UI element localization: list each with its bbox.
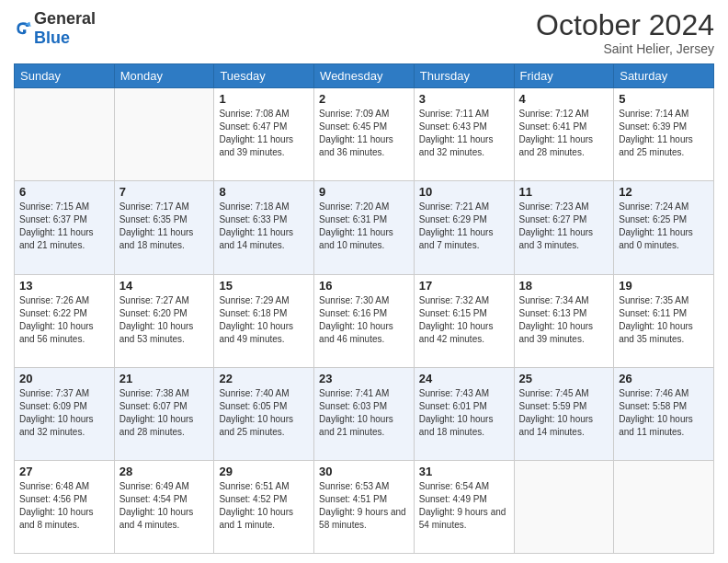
logo-blue: Blue bbox=[34, 29, 70, 47]
calendar-cell: 13Sunrise: 7:26 AM Sunset: 6:22 PM Dayli… bbox=[15, 274, 115, 367]
day-number: 19 bbox=[619, 279, 709, 293]
day-info: Sunrise: 7:08 AM Sunset: 6:47 PM Dayligh… bbox=[219, 108, 309, 159]
day-info: Sunrise: 7:11 AM Sunset: 6:43 PM Dayligh… bbox=[419, 108, 509, 159]
day-info: Sunrise: 7:21 AM Sunset: 6:29 PM Dayligh… bbox=[419, 201, 509, 252]
day-number: 24 bbox=[419, 372, 509, 385]
page: General Blue October 2024 Saint Helier, … bbox=[0, 0, 728, 563]
calendar-cell: 31Sunrise: 6:54 AM Sunset: 4:49 PM Dayli… bbox=[414, 460, 514, 553]
day-number: 16 bbox=[319, 279, 409, 293]
day-number: 13 bbox=[19, 279, 109, 293]
day-number: 20 bbox=[19, 372, 109, 385]
day-info: Sunrise: 7:17 AM Sunset: 6:35 PM Dayligh… bbox=[119, 201, 210, 252]
day-number: 25 bbox=[519, 372, 609, 385]
day-number: 29 bbox=[219, 465, 309, 478]
calendar-cell: 4Sunrise: 7:12 AM Sunset: 6:41 PM Daylig… bbox=[514, 88, 614, 181]
calendar-cell: 19Sunrise: 7:35 AM Sunset: 6:11 PM Dayli… bbox=[614, 274, 714, 367]
day-info: Sunrise: 7:46 AM Sunset: 5:58 PM Dayligh… bbox=[619, 387, 709, 439]
day-info: Sunrise: 7:45 AM Sunset: 5:59 PM Dayligh… bbox=[519, 387, 609, 439]
day-info: Sunrise: 7:12 AM Sunset: 6:41 PM Dayligh… bbox=[519, 108, 609, 159]
col-saturday: Saturday bbox=[614, 64, 714, 88]
calendar-week-row: 20Sunrise: 7:37 AM Sunset: 6:09 PM Dayli… bbox=[15, 367, 714, 460]
day-info: Sunrise: 6:53 AM Sunset: 4:51 PM Dayligh… bbox=[319, 480, 409, 532]
day-number: 14 bbox=[119, 279, 210, 293]
day-info: Sunrise: 7:38 AM Sunset: 6:07 PM Dayligh… bbox=[119, 387, 210, 439]
calendar-cell: 29Sunrise: 6:51 AM Sunset: 4:52 PM Dayli… bbox=[214, 460, 314, 553]
logo-icon bbox=[14, 19, 32, 38]
day-number: 12 bbox=[619, 185, 709, 199]
location-subtitle: Saint Helier, Jersey bbox=[536, 41, 714, 56]
calendar-cell: 9Sunrise: 7:20 AM Sunset: 6:31 PM Daylig… bbox=[314, 181, 415, 274]
calendar-week-row: 6Sunrise: 7:15 AM Sunset: 6:37 PM Daylig… bbox=[15, 181, 714, 274]
calendar-cell: 30Sunrise: 6:53 AM Sunset: 4:51 PM Dayli… bbox=[314, 460, 415, 553]
day-info: Sunrise: 7:37 AM Sunset: 6:09 PM Dayligh… bbox=[19, 387, 109, 439]
day-number: 4 bbox=[519, 92, 609, 106]
calendar-week-row: 27Sunrise: 6:48 AM Sunset: 4:56 PM Dayli… bbox=[15, 460, 714, 553]
title-block: October 2024 Saint Helier, Jersey bbox=[536, 9, 714, 56]
day-info: Sunrise: 7:29 AM Sunset: 6:18 PM Dayligh… bbox=[219, 294, 309, 346]
day-number: 9 bbox=[319, 185, 409, 199]
day-info: Sunrise: 7:34 AM Sunset: 6:13 PM Dayligh… bbox=[519, 294, 609, 346]
calendar-cell: 23Sunrise: 7:41 AM Sunset: 6:03 PM Dayli… bbox=[314, 367, 415, 460]
day-info: Sunrise: 7:20 AM Sunset: 6:31 PM Dayligh… bbox=[319, 201, 409, 252]
day-number: 21 bbox=[119, 372, 210, 385]
day-info: Sunrise: 6:54 AM Sunset: 4:49 PM Dayligh… bbox=[419, 480, 509, 532]
day-info: Sunrise: 7:26 AM Sunset: 6:22 PM Dayligh… bbox=[19, 294, 109, 346]
col-monday: Monday bbox=[114, 64, 214, 88]
calendar-cell: 28Sunrise: 6:49 AM Sunset: 4:54 PM Dayli… bbox=[114, 460, 214, 553]
col-friday: Friday bbox=[514, 64, 614, 88]
logo-text-block: General Blue bbox=[34, 9, 96, 48]
day-info: Sunrise: 7:23 AM Sunset: 6:27 PM Dayligh… bbox=[519, 201, 609, 252]
calendar-cell: 16Sunrise: 7:30 AM Sunset: 6:16 PM Dayli… bbox=[314, 274, 415, 367]
calendar-cell: 26Sunrise: 7:46 AM Sunset: 5:58 PM Dayli… bbox=[614, 367, 714, 460]
calendar-cell: 24Sunrise: 7:43 AM Sunset: 6:01 PM Dayli… bbox=[414, 367, 514, 460]
col-thursday: Thursday bbox=[414, 64, 514, 88]
calendar-cell: 11Sunrise: 7:23 AM Sunset: 6:27 PM Dayli… bbox=[514, 181, 614, 274]
day-info: Sunrise: 7:09 AM Sunset: 6:45 PM Dayligh… bbox=[319, 108, 409, 159]
calendar-cell: 15Sunrise: 7:29 AM Sunset: 6:18 PM Dayli… bbox=[214, 274, 314, 367]
calendar-cell: 12Sunrise: 7:24 AM Sunset: 6:25 PM Dayli… bbox=[614, 181, 714, 274]
header: General Blue October 2024 Saint Helier, … bbox=[14, 9, 714, 56]
calendar-cell: 7Sunrise: 7:17 AM Sunset: 6:35 PM Daylig… bbox=[114, 181, 214, 274]
calendar-cell bbox=[15, 88, 115, 181]
day-info: Sunrise: 7:43 AM Sunset: 6:01 PM Dayligh… bbox=[419, 387, 509, 439]
calendar-week-row: 13Sunrise: 7:26 AM Sunset: 6:22 PM Dayli… bbox=[15, 274, 714, 367]
col-sunday: Sunday bbox=[15, 64, 115, 88]
day-number: 1 bbox=[219, 92, 309, 106]
day-number: 27 bbox=[19, 465, 109, 478]
calendar-cell bbox=[514, 460, 614, 553]
day-number: 31 bbox=[419, 465, 509, 478]
day-info: Sunrise: 7:35 AM Sunset: 6:11 PM Dayligh… bbox=[619, 294, 709, 346]
day-number: 30 bbox=[319, 465, 409, 478]
calendar-table: Sunday Monday Tuesday Wednesday Thursday… bbox=[14, 63, 714, 554]
calendar-cell: 8Sunrise: 7:18 AM Sunset: 6:33 PM Daylig… bbox=[214, 181, 314, 274]
calendar-cell: 14Sunrise: 7:27 AM Sunset: 6:20 PM Dayli… bbox=[114, 274, 214, 367]
day-number: 23 bbox=[319, 372, 409, 385]
day-info: Sunrise: 7:24 AM Sunset: 6:25 PM Dayligh… bbox=[619, 201, 709, 252]
logo: General Blue bbox=[14, 9, 96, 48]
calendar-cell: 5Sunrise: 7:14 AM Sunset: 6:39 PM Daylig… bbox=[614, 88, 714, 181]
calendar-cell: 21Sunrise: 7:38 AM Sunset: 6:07 PM Dayli… bbox=[114, 367, 214, 460]
calendar-cell: 20Sunrise: 7:37 AM Sunset: 6:09 PM Dayli… bbox=[15, 367, 115, 460]
day-number: 8 bbox=[219, 185, 309, 199]
calendar-cell: 18Sunrise: 7:34 AM Sunset: 6:13 PM Dayli… bbox=[514, 274, 614, 367]
day-number: 11 bbox=[519, 185, 609, 199]
col-tuesday: Tuesday bbox=[214, 64, 314, 88]
day-info: Sunrise: 7:14 AM Sunset: 6:39 PM Dayligh… bbox=[619, 108, 709, 159]
day-number: 2 bbox=[319, 92, 409, 106]
calendar-cell: 2Sunrise: 7:09 AM Sunset: 6:45 PM Daylig… bbox=[314, 88, 415, 181]
calendar-cell: 22Sunrise: 7:40 AM Sunset: 6:05 PM Dayli… bbox=[214, 367, 314, 460]
day-info: Sunrise: 7:18 AM Sunset: 6:33 PM Dayligh… bbox=[219, 201, 309, 252]
calendar-cell: 10Sunrise: 7:21 AM Sunset: 6:29 PM Dayli… bbox=[414, 181, 514, 274]
calendar-header-row: Sunday Monday Tuesday Wednesday Thursday… bbox=[15, 64, 714, 88]
day-number: 3 bbox=[419, 92, 509, 106]
calendar-cell: 17Sunrise: 7:32 AM Sunset: 6:15 PM Dayli… bbox=[414, 274, 514, 367]
day-number: 18 bbox=[519, 279, 609, 293]
day-info: Sunrise: 6:49 AM Sunset: 4:54 PM Dayligh… bbox=[119, 480, 210, 532]
day-number: 15 bbox=[219, 279, 309, 293]
day-number: 17 bbox=[419, 279, 509, 293]
day-info: Sunrise: 7:27 AM Sunset: 6:20 PM Dayligh… bbox=[119, 294, 210, 346]
month-title: October 2024 bbox=[536, 9, 714, 41]
day-number: 26 bbox=[619, 372, 709, 385]
calendar-cell: 1Sunrise: 7:08 AM Sunset: 6:47 PM Daylig… bbox=[214, 88, 314, 181]
day-number: 10 bbox=[419, 185, 509, 199]
